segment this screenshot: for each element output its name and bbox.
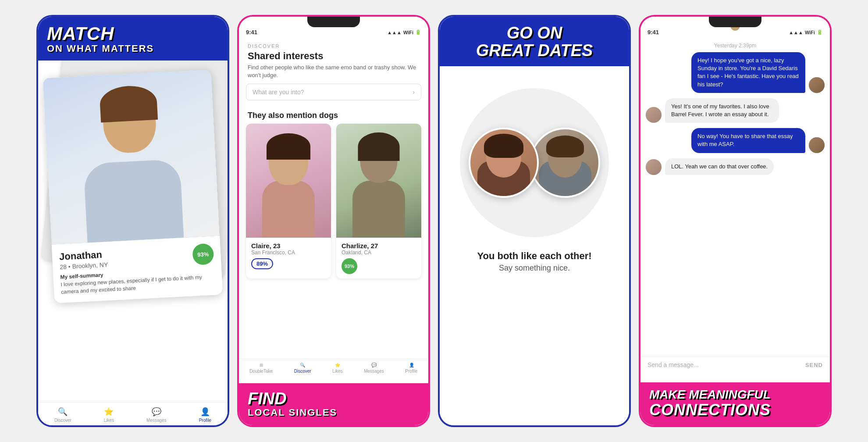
profile-card-claire[interactable]: Claire, 23 San Francisco, CA 89% bbox=[246, 124, 331, 278]
phone-notch bbox=[307, 17, 360, 27]
chat-timestamp: Yesterday 2:39pm bbox=[640, 37, 830, 52]
charlize-info: Charlize, 27 Oakland, CA 93% bbox=[336, 238, 421, 278]
panel-match: MATCH ON WHAT MATTERS 93% bbox=[36, 15, 229, 427]
match-screen: You both like each other! Say something … bbox=[440, 66, 629, 282]
charlize-name: Charlize, 27 bbox=[342, 242, 416, 250]
avatar-male-2 bbox=[809, 137, 825, 153]
bubble-2: Yes! It's one of my favorites. I also lo… bbox=[665, 98, 779, 123]
panel-connections: 9:41 ▲▲▲ WiFi 🔋 Yesterday 2:39pm bbox=[639, 15, 832, 427]
discover-icon: 🔍 bbox=[58, 407, 68, 417]
charlize-location: Oakland, CA bbox=[342, 250, 416, 256]
chat-message-3: No way! You have to share that essay wit… bbox=[646, 128, 825, 153]
claire-location: San Francisco, CA bbox=[251, 250, 326, 256]
profile-icon: 👤 bbox=[200, 407, 210, 417]
claire-info: Claire, 23 San Francisco, CA 89% bbox=[246, 238, 331, 274]
chat-message-1: Hey! I hope you've got a nice, lazy Sund… bbox=[646, 52, 825, 93]
chat-input-placeholder[interactable]: Send a message... bbox=[647, 361, 699, 368]
match-subtitle: ON WHAT MATTERS bbox=[47, 43, 219, 54]
panel-find: 9:41 ▲▲▲ WiFi 🔋 DISCOVER Shared interest… bbox=[237, 15, 430, 427]
likes-icon: ⭐ bbox=[104, 407, 114, 417]
status-time-2: 9:41 bbox=[647, 29, 659, 36]
charlize-match-pct: 93% bbox=[342, 258, 357, 274]
nav-likes-tab[interactable]: ⭐ Likes bbox=[332, 363, 342, 374]
nav-doubletake[interactable]: ⊞ DoubleTake bbox=[249, 363, 273, 374]
nav-profile-label: Profile bbox=[199, 418, 211, 423]
discover-nav: ⊞ DoubleTake 🔍 Discover ⭐ Likes 💬 Messag… bbox=[239, 359, 428, 377]
app-grid: MATCH ON WHAT MATTERS 93% bbox=[0, 0, 868, 442]
profile-card[interactable]: 93% Jonathan 28 • Brooklyn, NY My self-s… bbox=[43, 69, 223, 303]
avatar-female-1 bbox=[646, 107, 662, 123]
nav-discover-tab[interactable]: 🔍 Discover bbox=[294, 363, 311, 374]
search-placeholder: What are you into? bbox=[253, 89, 304, 96]
match-title: MATCH bbox=[47, 25, 219, 43]
profile-photo bbox=[43, 69, 220, 245]
find-footer: FIND LOCAL SINGLES bbox=[239, 383, 428, 425]
bubble-3: No way! You have to share that essay wit… bbox=[691, 128, 805, 153]
dates-title-line2: GREAT DATES bbox=[448, 41, 620, 60]
nav-likes[interactable]: ⭐ Likes bbox=[104, 407, 114, 423]
nav-profile-tab[interactable]: 👤 Profile bbox=[405, 363, 417, 374]
messages-icon: 💬 bbox=[152, 407, 161, 417]
avatar-male-1 bbox=[809, 77, 825, 93]
section-title: They also mention dogs bbox=[239, 107, 428, 124]
discover-profiles: Claire, 23 San Francisco, CA 89% Charliz… bbox=[239, 124, 428, 278]
chevron-right-icon: › bbox=[413, 89, 415, 96]
panel-dates: GO ON GREAT DATES bbox=[438, 15, 631, 427]
find-title: FIND bbox=[248, 390, 420, 407]
chat-messages: Hey! I hope you've got a nice, lazy Sund… bbox=[640, 52, 830, 175]
avatar-female-2 bbox=[646, 159, 662, 175]
nav-messages-tab[interactable]: 💬 Messages bbox=[364, 363, 384, 374]
nav-messages-label: Messages bbox=[146, 418, 167, 423]
dates-header: GO ON GREAT DATES bbox=[440, 17, 629, 66]
bubble-1: Hey! I hope you've got a nice, lazy Sund… bbox=[691, 52, 805, 93]
dates-title-line1: GO ON bbox=[448, 25, 620, 41]
bubble-4: LOL. Yeah we can do that over coffee. bbox=[665, 158, 774, 175]
chat-message-4: LOL. Yeah we can do that over coffee. bbox=[646, 158, 825, 175]
nav-discover[interactable]: 🔍 Discover bbox=[54, 407, 71, 423]
discover-desc: Find other people who like the same emo … bbox=[239, 62, 428, 84]
nav-messages[interactable]: 💬 Messages bbox=[146, 407, 167, 423]
send-button[interactable]: SEND bbox=[805, 362, 823, 368]
bottom-nav: 🔍 Discover ⭐ Likes 💬 Messages 👤 Profile bbox=[38, 402, 228, 425]
phone-notch-2 bbox=[709, 17, 761, 27]
claire-photo bbox=[246, 124, 331, 238]
match-say-something: Say something nice. bbox=[477, 264, 591, 273]
match-you-both: You both like each other! bbox=[477, 250, 591, 262]
find-subtitle: LOCAL SINGLES bbox=[248, 407, 420, 418]
discover-title: Shared interests bbox=[239, 49, 428, 62]
status-icons-2: ▲▲▲ WiFi 🔋 bbox=[789, 29, 823, 35]
status-time: 9:41 bbox=[246, 29, 257, 36]
profile-card-charlize[interactable]: Charlize, 27 Oakland, CA 93% bbox=[336, 124, 421, 278]
nav-profile[interactable]: 👤 Profile bbox=[199, 407, 211, 423]
claire-name: Claire, 23 bbox=[251, 242, 326, 250]
chat-message-2: Yes! It's one of my favorites. I also lo… bbox=[646, 98, 825, 123]
search-bar[interactable]: What are you into? › bbox=[246, 84, 421, 100]
nav-discover-label: Discover bbox=[54, 418, 71, 423]
connections-footer: MAKE MEANINGFUL CONNECTIONS bbox=[640, 382, 830, 425]
chat-input-bar: Send a message... SEND bbox=[640, 356, 830, 373]
match-text-container: You both like each other! Say something … bbox=[477, 250, 591, 273]
connections-title: MAKE MEANINGFUL bbox=[649, 389, 821, 401]
charlize-photo bbox=[336, 124, 421, 238]
discover-label: DISCOVER bbox=[239, 37, 428, 49]
nav-likes-label: Likes bbox=[104, 418, 114, 423]
status-icons: ▲▲▲ WiFi 🔋 bbox=[387, 29, 421, 35]
claire-match-pct: 89% bbox=[251, 258, 273, 269]
connections-subtitle: CONNECTIONS bbox=[649, 401, 821, 419]
